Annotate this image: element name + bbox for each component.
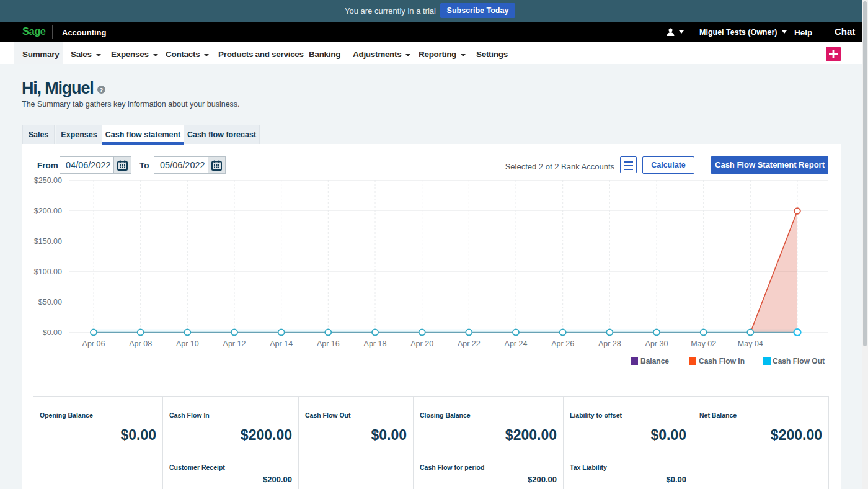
svg-text:Apr 16: Apr 16 (317, 339, 340, 348)
svg-text:$150.00: $150.00 (34, 237, 62, 246)
svg-text:Apr 24: Apr 24 (505, 339, 528, 348)
svg-text:Apr 26: Apr 26 (551, 339, 574, 348)
svg-text:$250.00: $250.00 (34, 176, 62, 185)
svg-text:Apr 20: Apr 20 (410, 339, 433, 348)
svg-text:Apr 22: Apr 22 (458, 339, 480, 348)
svg-text:Apr 28: Apr 28 (598, 339, 621, 348)
svg-text:$0.00: $0.00 (43, 328, 62, 337)
svg-text:Apr 12: Apr 12 (223, 339, 246, 348)
svg-text:Apr 14: Apr 14 (270, 339, 293, 348)
svg-text:$100.00: $100.00 (34, 267, 62, 276)
svg-text:Apr 06: Apr 06 (82, 339, 105, 348)
svg-text:May 04: May 04 (738, 339, 763, 348)
svg-text:Apr 18: Apr 18 (364, 339, 387, 348)
svg-text:Apr 08: Apr 08 (129, 339, 152, 348)
svg-text:Sage: Sage (22, 25, 46, 37)
svg-text:$200.00: $200.00 (34, 207, 62, 215)
svg-text:Apr 10: Apr 10 (176, 339, 199, 348)
svg-text:May 02: May 02 (691, 339, 716, 348)
svg-text:$50.00: $50.00 (38, 298, 62, 307)
svg-text:Apr 30: Apr 30 (645, 339, 668, 348)
